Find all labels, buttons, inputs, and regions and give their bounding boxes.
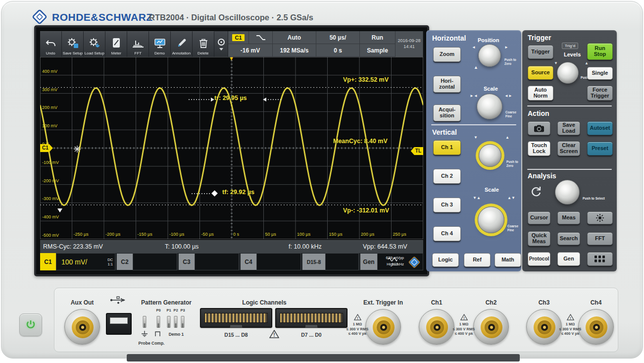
ch3-button[interactable]: Ch 3 (433, 198, 461, 212)
save-setup-button[interactable]: Save Setup (62, 31, 84, 57)
horizontal-scale-knob[interactable] (477, 94, 502, 119)
usb-port (106, 313, 132, 335)
warning-triangle-icon: ! (460, 314, 468, 320)
channel3-settings[interactable] (195, 253, 239, 270)
warning-triangle-icon: ! (269, 330, 279, 338)
delete-button[interactable]: Delete (193, 31, 214, 57)
horizontal-scale-hint: Coarse Fine (505, 110, 521, 118)
horizontal-button[interactable]: Hori- zontal (433, 76, 461, 93)
channel1-settings[interactable]: 100 mV/ DC1:1 (56, 253, 115, 270)
channel4-tab[interactable]: C4 (241, 254, 256, 270)
acquisition-button[interactable]: Acqui- sition (433, 104, 461, 121)
meter-button[interactable]: Meter (105, 31, 127, 57)
measurement-period: T: 100.00 µs (165, 243, 198, 250)
logic-button[interactable]: Logic (432, 253, 459, 267)
pin-label-p0: P0 (156, 308, 160, 312)
channel4-settings[interactable] (256, 253, 301, 270)
gen-button[interactable]: Gen (557, 252, 580, 266)
time-label: -250 µs (74, 232, 89, 237)
channel2-tab[interactable]: C2 (117, 254, 133, 270)
search-button[interactable]: Search (557, 232, 580, 245)
ch4-label: Ch4 (591, 299, 602, 306)
demo-button[interactable]: Demo (149, 31, 171, 57)
ch4-button[interactable]: Ch 4 (433, 226, 461, 241)
save-load-button[interactable]: Save Load (557, 121, 580, 135)
horizontal-position-cell[interactable]: 0 s (316, 44, 360, 57)
preset-button[interactable]: Preset (587, 142, 613, 156)
clear-screen-button[interactable]: Clear Screen (557, 141, 580, 156)
run-state-cell[interactable]: Run (360, 31, 396, 44)
down-arrow-icon: ▼ (474, 135, 478, 140)
acquire-mode-cell[interactable]: Sample (360, 44, 396, 57)
channel2-settings[interactable] (133, 253, 177, 270)
fft-button[interactable]: FFT (127, 31, 149, 57)
oscilloscope-front-panel: ROHDE&SCHWARZ RTB2004 · Digital Oscillos… (0, 0, 644, 363)
channel1-tab[interactable]: C1 (40, 253, 56, 270)
warning-rating-ch34: ! 1 MΩ≤ 300 V RMS≤ 400 V pk (551, 314, 589, 336)
channel-bar: C1 100 mV/ DC1:1 C2 C3 C4 (40, 253, 423, 270)
trigger-mode-cell[interactable]: Auto (273, 31, 316, 44)
touch-lock-button[interactable]: Touch Lock (528, 141, 550, 156)
ch1-button[interactable]: Ch 1 (433, 140, 461, 155)
load-setup-button[interactable]: Load Setup (84, 31, 105, 57)
vertical-scale-knob[interactable] (478, 207, 504, 233)
aux-out-label: Aux Out (71, 299, 94, 306)
vertical-scale-label: Scale (485, 187, 499, 193)
warning-rating-ch12: ! 1 MΩ≤ 300 V RMS≤ 400 V pk (445, 314, 483, 336)
undo-button[interactable]: Undo (40, 31, 62, 57)
action-section-title: Action (528, 109, 549, 117)
screenshot-button[interactable] (528, 121, 550, 135)
converge-icon: ►◄ (470, 94, 478, 98)
vertical-scale-hint: Coarse Fine (507, 224, 521, 232)
warning-triangle-icon: ! (567, 314, 574, 320)
trigger-slope-cell[interactable] (249, 31, 273, 44)
ref-button[interactable]: Ref (464, 253, 491, 267)
trigger-button[interactable]: Trigger (528, 45, 553, 59)
pin-label-p3: P3 (180, 308, 185, 312)
autoset-button[interactable]: Autoset (587, 121, 613, 135)
meas-button[interactable]: Meas (557, 211, 580, 224)
run-stop-button[interactable]: Run Stop (587, 43, 613, 60)
auto-norm-button[interactable]: Auto Norm (528, 86, 553, 101)
horizontal-position-knob[interactable] (478, 44, 501, 67)
annotation-button[interactable]: Annotation (171, 31, 193, 57)
trigger-level-cell[interactable]: -16 mV (228, 44, 273, 57)
source-button[interactable]: Source (528, 66, 553, 80)
ch2-button[interactable]: Ch 2 (433, 169, 461, 184)
trigger-levels-knob[interactable] (557, 62, 579, 84)
ground-pin (143, 316, 147, 328)
channel3-tab[interactable]: C3 (179, 254, 195, 270)
horizontal-position-label: Position (478, 37, 499, 43)
touchscreen[interactable]: Undo Save Setup Load Setup Meter (36, 27, 427, 274)
protocol-button[interactable]: Protocol (528, 252, 550, 266)
fft-panel-button[interactable]: FFT (587, 232, 613, 245)
math-button[interactable]: Math (495, 253, 521, 267)
generator-tab[interactable]: Gen (360, 254, 377, 270)
zoom-button[interactable]: Zoom (433, 47, 461, 62)
trigger-source-cell[interactable]: C1 (228, 31, 249, 44)
single-button[interactable]: Single (587, 67, 613, 80)
force-trigger-button[interactable]: Force Trigger (587, 86, 613, 101)
horizontal-vertical-panel: Horizontal Zoom Hori- zontal Acqui- siti… (426, 30, 521, 271)
time-label: 200 µs (361, 232, 374, 237)
svg-text:!: ! (570, 316, 571, 320)
generator-settings[interactable]: High-Z 639 mVpp 10 kHz (377, 253, 423, 270)
quick-meas-button[interactable]: Quick Meas (528, 231, 550, 246)
slope-down-icon: ▼ (554, 61, 558, 65)
measurement-frequency: f: 10.00 kHz (289, 243, 322, 250)
digital-channels-settings[interactable] (325, 253, 359, 270)
chevron-down-icon (219, 48, 223, 51)
intensity-button[interactable] (587, 211, 613, 224)
waveform-display[interactable]: 400 mV300 mV200 mV100 mV0 V-100 mV-200 m… (40, 57, 423, 239)
apps-button[interactable] (587, 252, 613, 266)
trigger-position-marker[interactable]: ▼ (229, 57, 234, 61)
cursor-button[interactable]: Cursor (528, 211, 550, 224)
digital-channels-tab[interactable]: D15-8 (302, 254, 325, 270)
d7-d0-label: D7 ... D0 (301, 332, 321, 338)
navigation-knob[interactable] (555, 180, 580, 205)
toolbar-more-button[interactable] (214, 31, 228, 57)
vertical-position-knob[interactable] (479, 144, 501, 167)
rs-logo-small-icon (406, 254, 422, 270)
timebase-cell[interactable]: 50 µs/ (316, 31, 360, 44)
power-button[interactable] (19, 313, 42, 336)
